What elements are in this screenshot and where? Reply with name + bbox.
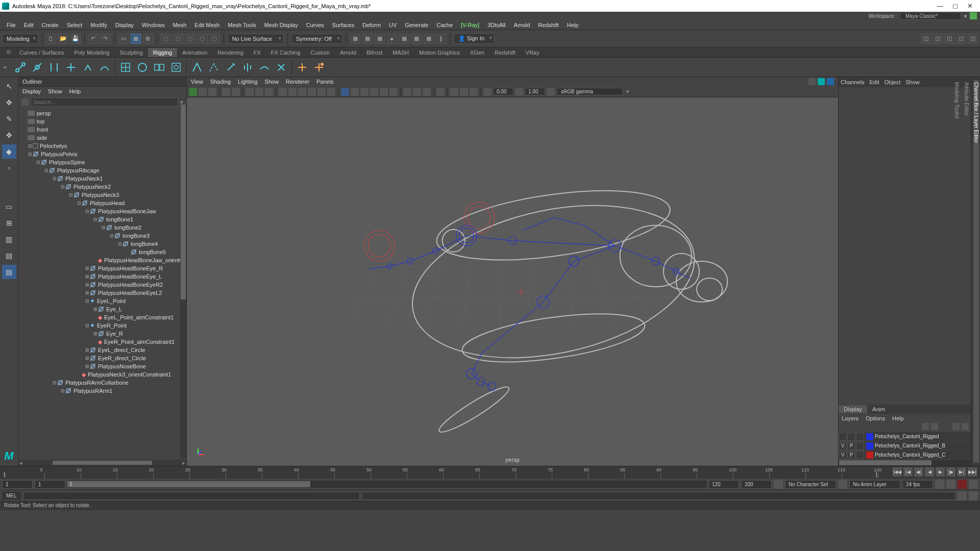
layer-row[interactable]: Pelochelys_Cantorii_Rigged [839,432,971,441]
snap-live-icon[interactable]: ◌ [210,34,220,44]
expand-toggle[interactable]: ⊟ [117,241,122,246]
viewport[interactable]: persp [187,97,838,466]
outliner-item[interactable]: ⊟tongBone1 [18,215,186,223]
outliner-menu-display[interactable]: Display [22,88,41,94]
character-set-icon[interactable] [838,480,847,489]
layer-move-down-icon[interactable] [931,423,938,430]
vp-lights-icon[interactable] [370,88,378,96]
outliner-item[interactable]: ⊞PlatypusNoseBone [18,362,186,370]
outliner-item[interactable]: ⊟PlatypusNeck1 [18,174,186,183]
outliner-item[interactable]: ⊞EyeL_direct_Circle [18,346,186,354]
vp-select-camera-icon[interactable] [189,88,197,96]
command-history-icon[interactable] [969,491,978,500]
symmetry-dropdown[interactable]: Symmetry: Off [291,34,342,44]
outliner-item[interactable]: ⊟tongBone4 [18,240,186,248]
vp-film-gate-icon[interactable] [288,88,297,96]
playblast-icon[interactable]: ▦ [424,34,434,44]
panel-layout-2-icon[interactable]: ◫ [933,34,943,44]
menu-create[interactable]: Create [38,21,62,29]
right-tab-1[interactable]: Attribute Editor [964,80,969,463]
menu-uv[interactable]: UV [385,21,400,29]
channel-tab-object[interactable]: Object [884,79,900,85]
vp-menu-shading[interactable]: Shading [210,79,231,85]
shelf-mirror-weights-icon[interactable] [240,60,255,75]
vp-menu-lighting[interactable]: Lighting [238,79,258,85]
outliner-camera-side[interactable]: side [18,134,186,142]
vp-textured-icon[interactable] [360,88,369,96]
outliner-item[interactable]: ⊟PlatypusHeadBoneJaw [18,207,186,215]
layer-type-toggle[interactable] [856,442,864,450]
expand-toggle[interactable]: ⊞ [85,282,90,287]
outliner-camera-persp[interactable]: persp [18,109,186,117]
outliner-item[interactable]: ⊟PlatypusNeck2 [18,183,186,191]
anim-layer-dropdown[interactable]: No Anim Layer [849,480,900,489]
panel-layout-3-icon[interactable]: ◫ [944,34,954,44]
select-tool-icon[interactable]: ↖ [2,79,16,93]
vp-resolution-gate-icon[interactable] [298,88,306,96]
playback-end-field[interactable]: 120 [708,480,739,489]
playback-start-field[interactable]: 1 [35,480,65,489]
expand-toggle[interactable]: ⊟ [60,388,65,393]
workspace-arrow-icon[interactable]: ▾ [964,13,967,19]
vp-color-dropdown[interactable]: sRGB gamma [556,88,623,95]
shelf-tab-poly-modeling[interactable]: Poly Modeling [69,48,114,57]
vp-exposure-icon[interactable] [483,88,492,96]
expand-toggle[interactable]: ⊟ [28,152,33,157]
outliner-item[interactable]: ◆EyeR_Point_aimConstraint1 [18,338,186,346]
layout-single-icon[interactable]: ▭ [2,199,16,214]
vp-shaded-icon[interactable] [351,88,359,96]
outliner-item[interactable]: ⊟tongBone2 [18,223,186,232]
menu-vray[interactable]: [V-Ray] [457,21,483,29]
shelf-joint-tool-icon[interactable] [13,60,28,75]
outliner-item[interactable]: ⊟PlatypusHead [18,199,186,207]
expand-toggle[interactable]: ⊞ [85,364,90,369]
channel-tab-channels[interactable]: Channels [841,79,864,85]
vp-xray-joints-icon[interactable] [423,88,431,96]
move-tool-icon[interactable]: ✥ [2,128,16,142]
layout-four-icon[interactable]: ⊞ [2,216,16,230]
open-scene-icon[interactable]: 📂 [58,34,68,44]
menu-arnold[interactable]: Arnold [510,21,534,29]
outliner-item[interactable]: ◆PlatypusHeadBoneJaw_orientC [18,256,186,264]
hypershade-icon[interactable]: ● [387,34,397,44]
outliner-item[interactable]: ◆EyeL_Point_aimConstraint1 [18,313,186,321]
shelf-hammer-weights-icon[interactable] [274,60,289,75]
vp-dof-icon[interactable] [470,88,478,96]
vp-wireframe-icon[interactable] [341,88,349,96]
vp-2d-pan-icon[interactable] [246,88,254,96]
shelf-tab-fx-caching[interactable]: FX Caching [266,48,305,57]
expand-toggle[interactable]: ⊟ [44,168,49,173]
outliner-vscrollbar[interactable] [180,105,186,459]
shelf-collapse-icon[interactable]: ◂ [3,64,11,70]
shelf-tab-sculpting[interactable]: Sculpting [115,48,148,57]
shelf-nonlinear-icon[interactable] [168,60,184,75]
vp-gamma-icon[interactable] [515,88,523,96]
outliner-camera-front[interactable]: front [18,126,186,134]
expand-toggle[interactable]: ⊟ [85,298,90,304]
expand-toggle[interactable]: ⊞ [85,290,90,295]
shelf-tab-xgen[interactable]: XGen [465,48,489,57]
outliner-item[interactable]: ⊞Eye_L [18,305,186,313]
layer-visibility-toggle[interactable]: V [839,451,847,459]
layer-color-swatch[interactable] [866,433,873,440]
step-back-key-button[interactable]: |◀ [903,467,913,477]
vp-exposure-field[interactable]: 0.00 [493,88,513,95]
vp-grease-pencil-icon[interactable] [255,88,263,96]
pause-icon[interactable]: ‖ [436,34,446,44]
menu-mesh[interactable]: Mesh [169,21,190,29]
expand-toggle[interactable]: ⊟ [52,176,57,181]
outliner-item[interactable]: ⊟PlatypusPelvis [18,150,186,158]
command-lang-label[interactable]: MEL [2,492,21,499]
layer-type-toggle[interactable] [856,433,864,441]
layout-two-icon[interactable]: ▥ [2,232,16,246]
shelf-tab-arnold[interactable]: Arnold [335,48,361,57]
vp-field-chart-icon[interactable] [317,88,326,96]
vp-settings-icon[interactable] [827,78,834,85]
vp-color-mgmt-icon[interactable] [818,78,825,85]
layer-playback-toggle[interactable] [847,433,855,441]
select-by-component-icon[interactable]: ▦ [131,34,141,44]
menu-mesh-tools[interactable]: Mesh Tools [224,21,259,29]
shelf-smooth-weights-icon[interactable] [257,60,272,75]
menu-deform[interactable]: Deform [359,21,384,29]
expand-toggle[interactable]: ⊟ [85,323,90,328]
